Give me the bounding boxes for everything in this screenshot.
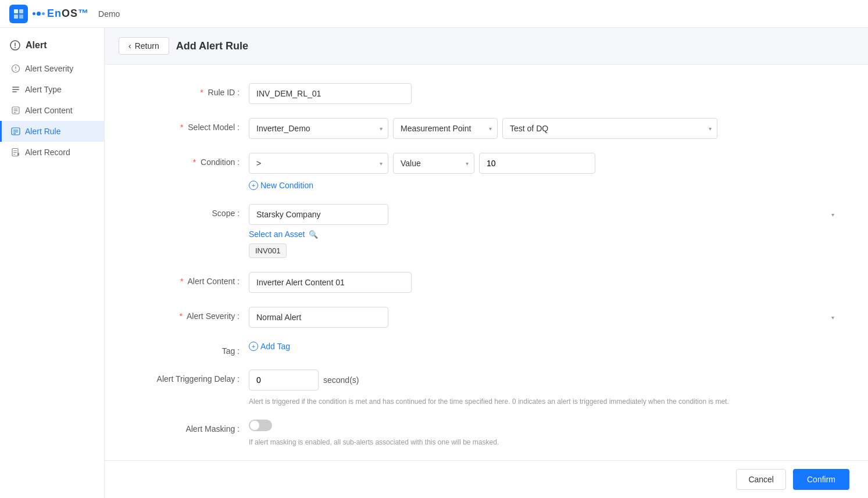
model-select[interactable]: Inverter_Demo [249,118,388,139]
svg-rect-15 [14,110,18,111]
svg-rect-22 [13,151,17,151]
topnav: EnOS™ Demo [0,0,868,28]
svg-rect-0 [14,9,18,13]
return-label: Return [135,41,159,51]
sidebar-item-label: Alert Rule [25,127,60,136]
form-footer: Cancel Confirm [105,460,868,498]
select-model-label: * Select Model : [133,118,249,132]
alert-content-content [249,272,840,293]
svg-point-6 [15,47,16,48]
return-button[interactable]: ‹ Return [119,37,169,55]
testdq-select-wrapper: Test of DQ ▾ [502,118,717,139]
sidebar-item-label: Alert Severity [25,64,73,73]
chevron-left-icon: ‹ [128,41,131,51]
alert-severity-row: * Alert Severity : Normal Alert ▾ [133,307,840,328]
delay-label: Alert Triggering Delay : [133,370,249,384]
model-select-wrapper: Inverter_Demo ▾ [249,118,388,139]
scope-select[interactable]: Starsky Company [249,204,388,225]
svg-point-9 [15,70,16,71]
brand-logo: EnOS™ [33,8,89,20]
new-condition-link[interactable]: + New Condition [249,181,840,190]
svg-rect-2 [14,15,18,19]
sidebar-item-label: Alert Record [25,148,70,157]
condition-type-select[interactable]: Value [393,153,474,174]
content-icon [11,106,20,115]
svg-rect-12 [12,91,17,92]
svg-rect-1 [19,9,23,13]
svg-rect-23 [13,152,17,153]
testdq-select[interactable]: Test of DQ [502,118,717,139]
rule-id-content [249,83,840,104]
severity-select[interactable]: Normal Alert [249,307,388,328]
select-asset-link[interactable]: Select an Asset 🔍 [249,230,840,239]
condition-select-row: > ▾ Value ▾ [249,153,840,174]
svg-rect-25 [17,153,19,156]
new-condition-label: New Condition [260,181,313,190]
masking-help-text: If alert masking is enabled, all sub-ale… [249,438,840,446]
plus-circle-icon: + [249,342,258,351]
masking-content: If alert masking is enabled, all sub-ale… [249,420,840,446]
delay-content: second(s) Alert is triggered if the cond… [249,370,840,406]
app-icon [9,5,28,23]
plus-circle-icon: + [249,181,258,190]
scope-select-wrapper: Starsky Company ▾ [249,204,840,225]
cancel-button[interactable]: Cancel [736,469,786,490]
main-layout: Alert Alert Severity Alert Type [0,28,868,498]
chevron-down-icon: ▾ [831,212,834,218]
tag-row: Tag : + Add Tag [133,342,840,356]
search-icon: 🔍 [309,230,318,239]
rule-icon [11,127,20,136]
type-icon [11,85,20,94]
chevron-down-icon: ▾ [831,314,834,321]
content-area: ‹ Return Add Alert Rule * Rule ID : * [105,28,868,498]
alert-severity-content: Normal Alert ▾ [249,307,840,328]
alert-content-input[interactable] [249,272,412,293]
delay-help-text: Alert is triggered if the condition is m… [249,397,840,406]
logo: EnOS™ [9,5,89,23]
sidebar-header: Alert [0,35,104,58]
asset-tag: INV001 [249,243,287,258]
alert-content-label: * Alert Content : [133,272,249,286]
condition-op-wrapper: > ▾ [249,153,388,174]
app-name: Demo [98,9,120,19]
scope-row: Scope : Starsky Company ▾ Select an Asse… [133,204,840,258]
rule-id-label: * Rule ID : [133,83,249,97]
tag-content: + Add Tag [249,342,840,351]
tag-label: Tag : [133,342,249,356]
condition-type-wrapper: Value ▾ [393,153,474,174]
delay-row: Alert Triggering Delay : second(s) Alert… [133,370,840,406]
page-title: Add Alert Rule [176,40,248,52]
sidebar-item-label: Alert Content [25,106,73,115]
svg-rect-3 [19,15,23,19]
severity-icon [11,64,20,73]
sidebar-item-alert-severity[interactable]: Alert Severity [0,58,104,79]
sidebar-item-label: Alert Type [25,85,62,94]
asset-tag-label: INV001 [255,246,280,255]
select-model-row: * Select Model : Inverter_Demo ▾ [133,118,840,139]
delay-unit: second(s) [323,375,359,385]
sidebar-item-alert-rule[interactable]: Alert Rule [0,121,104,142]
sidebar: Alert Alert Severity Alert Type [0,28,105,498]
condition-label: * Condition : [133,153,249,167]
condition-op-select[interactable]: > [249,153,388,174]
measurement-select[interactable]: Measurement Point [393,118,498,139]
select-asset-label: Select an Asset [249,230,305,239]
masking-row: Alert Masking : If alert masking is enab… [133,420,840,446]
alert-header-icon [9,40,21,51]
condition-content: > ▾ Value ▾ + [249,153,840,190]
sidebar-item-alert-type[interactable]: Alert Type [0,79,104,100]
masking-toggle[interactable] [249,420,272,431]
form-container: * Rule ID : * Select Model : [105,65,868,498]
add-tag-link[interactable]: + Add Tag [249,342,840,351]
sidebar-item-alert-record[interactable]: Alert Record [0,142,104,163]
sidebar-item-alert-content[interactable]: Alert Content [0,100,104,121]
add-tag-label: Add Tag [260,342,290,351]
brand-name: EnOS™ [47,8,89,20]
masking-label: Alert Masking : [133,420,249,433]
alert-severity-label: * Alert Severity : [133,307,249,321]
condition-value-input[interactable] [479,153,595,174]
delay-input[interactable] [249,370,319,390]
confirm-button[interactable]: Confirm [793,469,849,490]
page-header: ‹ Return Add Alert Rule [105,28,868,65]
rule-id-input[interactable] [249,83,412,104]
